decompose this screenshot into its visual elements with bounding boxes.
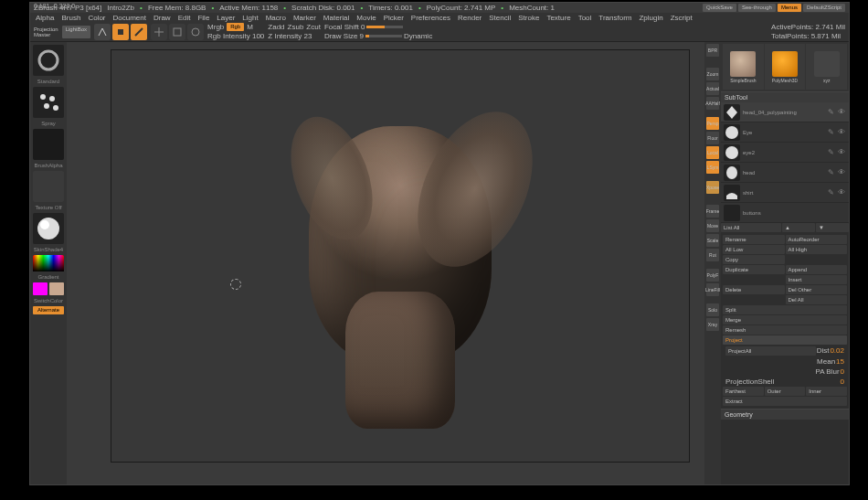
z-intensity-slider[interactable]: Z Intensity 23 xyxy=(268,32,321,40)
polyf-button[interactable]: PolyF xyxy=(706,269,719,282)
menu-texture[interactable]: Texture xyxy=(546,14,570,22)
allhigh-button[interactable]: All High xyxy=(786,245,848,254)
subtool-item[interactable]: head ✎👁 xyxy=(721,163,849,183)
material-preview[interactable] xyxy=(33,213,64,244)
rgb-button[interactable]: Rgb xyxy=(227,23,244,31)
menu-material[interactable]: Material xyxy=(323,14,349,22)
lightbox-button[interactable]: LightBox xyxy=(62,26,90,38)
move-canvas-button[interactable]: Move xyxy=(706,219,719,232)
quicksave-button[interactable]: QuickSave xyxy=(703,4,736,12)
projectall-button[interactable]: ProjectAll xyxy=(725,346,816,356)
menu-brush[interactable]: Brush xyxy=(61,14,80,22)
brush-icon[interactable]: ✎ xyxy=(828,148,836,156)
subtool-item[interactable]: shirt ✎👁 xyxy=(721,183,849,203)
floor-button[interactable]: Floor xyxy=(706,132,719,144)
brush-icon[interactable]: ✎ xyxy=(828,188,836,197)
rgb-intensity-slider[interactable]: Rgb Intensity 100 xyxy=(207,32,264,40)
alternate-button[interactable]: Alternate xyxy=(33,306,64,314)
move-button[interactable] xyxy=(151,24,167,40)
xray-button[interactable]: Xray xyxy=(706,318,719,331)
list-all-button[interactable]: List All xyxy=(721,223,781,232)
inner-button[interactable]: Inner xyxy=(806,387,847,396)
insert-button[interactable]: Insert xyxy=(786,275,848,284)
menu-tool[interactable]: Tool xyxy=(578,14,592,22)
stroke-preview[interactable] xyxy=(33,87,64,118)
remesh-button[interactable]: Remesh xyxy=(723,325,847,335)
zcut-button[interactable]: Zcut xyxy=(306,23,321,31)
eye-icon[interactable]: 👁 xyxy=(838,168,846,176)
quicksketch-button[interactable] xyxy=(94,24,111,40)
arrow-down-icon[interactable]: ▼ xyxy=(816,223,849,232)
autoreorder-button[interactable]: AutoReorder xyxy=(786,235,848,244)
menu-file[interactable]: File xyxy=(197,14,209,22)
menu-zplugin[interactable]: Zplugin xyxy=(639,14,662,22)
menu-picker[interactable]: Picker xyxy=(384,14,404,22)
eye-icon[interactable]: 👁 xyxy=(838,148,846,156)
project-header[interactable]: Project xyxy=(723,335,847,345)
projection-master-button[interactable]: Projection Master xyxy=(34,27,58,37)
aahalf-button[interactable]: AAHalf xyxy=(706,97,719,110)
menu-macro[interactable]: Macro xyxy=(266,14,286,22)
scale-button[interactable] xyxy=(169,24,185,40)
local-button[interactable]: Local xyxy=(706,146,719,159)
rotate-button[interactable] xyxy=(187,24,204,40)
alpha-preview[interactable] xyxy=(33,129,64,160)
texture-preview[interactable] xyxy=(33,171,64,202)
eye-icon[interactable]: 👁 xyxy=(838,188,846,197)
close-icon[interactable]: ✕ xyxy=(840,0,847,1)
alllow-button[interactable]: All Low xyxy=(723,245,785,254)
arrow-up-icon[interactable]: ▲ xyxy=(782,223,815,232)
eye-icon[interactable]: 👁 xyxy=(838,128,846,136)
scale-canvas-button[interactable]: Scale xyxy=(706,234,719,247)
delother-button[interactable]: Del Other xyxy=(786,285,848,294)
brush-preview[interactable] xyxy=(33,45,64,76)
frame-button[interactable]: Frame xyxy=(706,205,719,218)
m-button[interactable]: M xyxy=(247,23,253,31)
edit-button[interactable] xyxy=(112,24,129,40)
menu-edit[interactable]: Edit xyxy=(178,14,191,22)
duplicate-button[interactable]: Duplicate xyxy=(723,265,785,274)
menu-stencil[interactable]: Stencil xyxy=(489,14,511,22)
menu-render[interactable]: Render xyxy=(458,14,482,22)
draw-size-slider[interactable]: Draw Size 9 xyxy=(324,32,364,40)
actual-button[interactable]: Actual xyxy=(706,82,719,95)
zadd-button[interactable]: Zadd xyxy=(268,23,284,31)
eye-icon[interactable]: 👁 xyxy=(838,108,846,116)
menu-movie[interactable]: Movie xyxy=(356,14,376,22)
tool-slot-xyz[interactable]: xyz xyxy=(806,44,847,90)
menu-alpha[interactable]: Alpha xyxy=(36,14,54,22)
copy-button[interactable]: Copy xyxy=(723,255,785,264)
seethrough-button[interactable]: See-through xyxy=(738,4,776,12)
draw-button[interactable] xyxy=(131,24,147,40)
canvas[interactable] xyxy=(111,49,690,463)
tool-slot-current[interactable]: SimpleBrush xyxy=(723,44,764,90)
color-swatch-primary[interactable] xyxy=(49,282,64,295)
rotate-canvas-button[interactable]: Rot xyxy=(706,249,719,261)
subtool-header[interactable]: SubTool xyxy=(721,91,849,102)
minimize-icon[interactable]: _ xyxy=(814,0,821,1)
maximize-icon[interactable]: □ xyxy=(827,0,834,1)
split-button[interactable]: Split xyxy=(723,305,847,314)
menu-draw[interactable]: Draw xyxy=(153,14,171,22)
defaultscript-button[interactable]: DefaultZScript xyxy=(803,4,845,12)
brush-icon[interactable]: ✎ xyxy=(828,168,836,176)
rename-button[interactable]: Rename xyxy=(723,235,785,244)
menu-layer[interactable]: Layer xyxy=(217,14,235,22)
menu-preferences[interactable]: Preferences xyxy=(411,14,450,22)
bpr-button[interactable]: BPR xyxy=(706,44,719,57)
viewport[interactable] xyxy=(67,42,704,484)
lsym-button[interactable]: LSym xyxy=(706,161,719,174)
brush-icon[interactable]: ✎ xyxy=(828,128,836,136)
menu-zscript[interactable]: Zscript xyxy=(671,14,693,22)
subtool-item[interactable]: Eye ✎👁 xyxy=(721,122,849,143)
append-button[interactable]: Append xyxy=(786,265,848,274)
outer-button[interactable]: Outer xyxy=(765,387,806,396)
brush-icon[interactable]: ✎ xyxy=(828,108,836,116)
color-picker[interactable] xyxy=(33,255,64,271)
xpose-button[interactable]: Xpose xyxy=(706,181,719,194)
subtool-item[interactable]: buttons xyxy=(721,203,849,223)
menu-document[interactable]: Document xyxy=(113,14,146,22)
sculpt-model[interactable] xyxy=(236,69,565,452)
tool-slot-polymesh[interactable]: PolyMesh3D xyxy=(765,44,806,90)
menu-stroke[interactable]: Stroke xyxy=(518,14,539,22)
